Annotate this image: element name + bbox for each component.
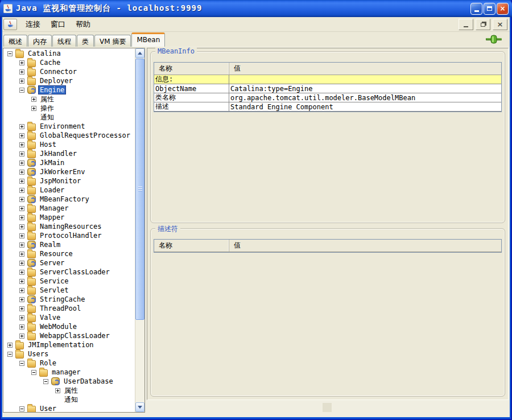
tree-node[interactable]: WebappClassLoader [3, 331, 135, 340]
titlebar[interactable]: Java 监视和管理控制台 - localhost:9999 × [0, 0, 512, 17]
scroll-up-button[interactable] [135, 48, 144, 58]
tree-node[interactable]: JkWorkerEnv [3, 167, 135, 176]
tree-node[interactable]: Loader [3, 186, 135, 195]
tree-node[interactable]: Servlet [3, 286, 135, 295]
tab-item[interactable]: 概述 [3, 35, 27, 47]
tree-node[interactable]: manager [3, 368, 135, 377]
expander-plus-icon[interactable] [19, 315, 24, 320]
mdi-minimize-button[interactable] [459, 19, 473, 30]
minimize-button[interactable] [470, 3, 482, 15]
expander-plus-icon[interactable] [31, 97, 36, 102]
tree-node[interactable]: ThreadPool [3, 304, 135, 313]
table-row[interactable]: 信息: [154, 75, 501, 84]
tree-node[interactable]: Role [3, 359, 135, 368]
tree-node[interactable]: GlobalRequestProcessor [3, 131, 135, 140]
maximize-button[interactable] [484, 3, 496, 15]
tree-node[interactable]: 操作 [3, 104, 135, 113]
tree-node[interactable]: Environment [3, 122, 135, 131]
tree-node[interactable]: StringCache [3, 295, 135, 304]
tree-node[interactable]: WebModule [3, 322, 135, 331]
tree-node[interactable]: Mapper [3, 213, 135, 222]
expander-plus-icon[interactable] [19, 333, 24, 339]
scrollbar-thumb[interactable] [135, 59, 144, 320]
expander-minus-icon[interactable] [19, 406, 24, 411]
menu-item[interactable]: 窗口 [46, 18, 71, 31]
close-button[interactable]: × [497, 3, 509, 15]
expander-plus-icon[interactable] [19, 179, 24, 184]
tree-node[interactable]: Service [3, 277, 135, 286]
table-row[interactable]: ObjectNameCatalina:type=Engine [154, 84, 501, 93]
tree-node[interactable]: JMImplementation [3, 340, 135, 349]
tree-node[interactable]: 通知 [3, 113, 135, 122]
tree-node[interactable]: ProtocolHandler [3, 231, 135, 240]
expander-plus-icon[interactable] [19, 224, 24, 229]
tree-node[interactable]: 属性 [3, 94, 135, 104]
tree-node[interactable]: JkMain [3, 158, 135, 167]
expander-minus-icon[interactable] [7, 352, 13, 357]
tab-item[interactable]: VM 摘要 [94, 35, 131, 47]
expander-plus-icon[interactable] [19, 142, 24, 147]
expander-minus-icon[interactable] [19, 88, 24, 93]
expander-plus-icon[interactable] [19, 160, 24, 166]
tree-node[interactable]: Deployer [3, 76, 135, 85]
tab-selected[interactable]: MBean [131, 32, 165, 47]
tab-item[interactable]: 内存 [28, 35, 52, 47]
expander-plus-icon[interactable] [19, 252, 24, 257]
tree-node[interactable]: MBeanFactory [3, 195, 135, 204]
expander-plus-icon[interactable] [19, 324, 24, 330]
expander-minus-icon[interactable] [43, 379, 48, 384]
expander-minus-icon[interactable] [31, 370, 36, 375]
expander-plus-icon[interactable] [19, 233, 24, 238]
expander-plus-icon[interactable] [19, 279, 24, 284]
tree-node[interactable]: 属性 [3, 386, 135, 395]
expander-plus-icon[interactable] [19, 197, 24, 202]
expander-plus-icon[interactable] [55, 388, 60, 393]
tree-node[interactable]: Realm [3, 240, 135, 249]
table-row[interactable]: 类名称org.apache.tomcat.util.modeler.BaseMo… [154, 93, 501, 102]
expander-plus-icon[interactable] [19, 206, 24, 211]
expander-plus-icon[interactable] [19, 79, 24, 84]
tree-node[interactable]: Host [3, 140, 135, 149]
expander-plus-icon[interactable] [19, 151, 24, 157]
expander-plus-icon[interactable] [19, 270, 24, 275]
tree-node[interactable]: Server [3, 258, 135, 267]
expander-plus-icon[interactable] [31, 106, 36, 111]
menu-item[interactable]: 连接 [20, 18, 46, 31]
tree-node[interactable]: JkHandler [3, 149, 135, 158]
tab-item[interactable]: 线程 [52, 35, 76, 47]
tree-node[interactable]: 通知 [3, 395, 135, 404]
tree-scrollbar[interactable] [135, 48, 144, 412]
tab-item[interactable]: 类 [77, 35, 94, 47]
tree-node[interactable]: JspMonitor [3, 176, 135, 186]
expander-plus-icon[interactable] [19, 261, 24, 266]
tree-node[interactable]: Engine [3, 85, 135, 94]
expander-minus-icon[interactable] [7, 51, 13, 56]
expander-plus-icon[interactable] [7, 343, 13, 348]
tree-node[interactable]: Users [3, 349, 135, 359]
expander-plus-icon[interactable] [19, 288, 24, 293]
tree-node[interactable]: ServerClassLoader [3, 267, 135, 277]
scroll-down-button[interactable] [135, 402, 144, 412]
expander-plus-icon[interactable] [19, 242, 24, 248]
tree-node[interactable]: UserDatabase [3, 377, 135, 386]
tree-node[interactable]: Cache [3, 58, 135, 67]
expander-plus-icon[interactable] [19, 170, 24, 175]
expander-plus-icon[interactable] [19, 124, 24, 129]
expander-plus-icon[interactable] [19, 133, 24, 138]
expander-plus-icon[interactable] [19, 188, 24, 193]
tree-node[interactable]: Valve [3, 313, 135, 322]
tree-node[interactable]: User [3, 404, 135, 412]
tree-node[interactable]: Catalina [3, 49, 135, 58]
tree-node[interactable]: Resource [3, 249, 135, 258]
expander-minus-icon[interactable] [19, 361, 24, 366]
expander-plus-icon[interactable] [19, 60, 24, 65]
menu-item[interactable]: 帮助 [71, 18, 96, 31]
tree-node[interactable]: Manager [3, 204, 135, 213]
mdi-restore-button[interactable] [476, 19, 490, 30]
mdi-system-menu-button[interactable] [3, 19, 17, 30]
tree-node[interactable]: NamingResources [3, 222, 135, 231]
expander-plus-icon[interactable] [19, 69, 24, 75]
expander-plus-icon[interactable] [19, 306, 24, 311]
tree-node[interactable]: Connector [3, 67, 135, 76]
table-row[interactable]: 描述Standard Engine Component [154, 102, 501, 112]
